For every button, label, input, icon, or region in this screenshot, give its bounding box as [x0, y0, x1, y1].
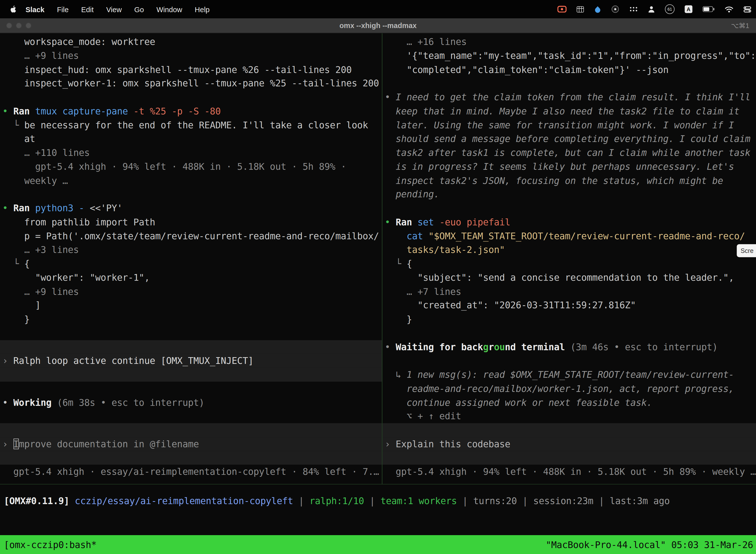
terminal-line — [385, 326, 756, 340]
terminal-line: task2 after task1 is complete, but can I… — [385, 146, 756, 160]
window-shortcut-hint: ⌥⌘1 — [731, 18, 749, 33]
terminal-line — [0, 451, 382, 465]
terminal-line — [382, 451, 756, 465]
prompt-row-explain-codebase[interactable]: › Explain this codebase — [382, 437, 756, 451]
menu-item-window[interactable]: Window — [156, 5, 182, 13]
terminal-line: … +9 lines — [2, 284, 382, 298]
menu-bar: Slack FileEditViewGoWindowHelp 61 A — [0, 0, 756, 18]
composer-input-row[interactable]: › Improve documentation in @filename — [0, 437, 382, 451]
terminal: workspace_mode: worktree … +9 lines insp… — [0, 33, 756, 535]
prompt-row-ralph-loop[interactable]: › Ralph loop active continue [OMX_TMUX_I… — [0, 354, 382, 368]
terminal-line: "subject": "send a concise recommendatio… — [385, 271, 756, 284]
terminal-line — [385, 354, 756, 368]
terminal-line: "created_at": "2026-03-31T11:59:27.816Z" — [385, 298, 756, 312]
terminal-line: … +16 lines — [385, 35, 756, 49]
menu-item-edit[interactable]: Edit — [81, 5, 93, 13]
terminal-line — [382, 423, 756, 437]
terminal-line: is in progress? It seems likely but perh… — [385, 160, 756, 173]
terminal-line: └ be necessary for the end of the README… — [2, 118, 382, 132]
terminal-line: gpt-5.4 xhigh · essay/ai-reimplementatio… — [2, 465, 382, 479]
apple-menu[interactable] — [10, 5, 17, 13]
terminal-line: … +7 lines — [385, 284, 756, 298]
wifi-icon[interactable] — [725, 4, 734, 14]
terminal-line: keep that in mind. Maybe I also need the… — [385, 104, 756, 118]
terminal-line: readme-and-reco/mailbox/worker-1.json, a… — [385, 382, 756, 395]
terminal-line: pending. — [385, 187, 756, 201]
tmux-host-time-label: "MacBook-Pro-44.local" 05:03 31-Mar-26 — [546, 539, 753, 550]
pane-divider-vertical[interactable] — [382, 33, 382, 484]
terminal-line: • Waiting for background terminal (3m 46… — [385, 340, 756, 354]
terminal-line — [0, 423, 382, 437]
terminal-line: later. Using the same for transition mig… — [385, 118, 756, 132]
dark-app-icon[interactable] — [611, 4, 619, 14]
terminal-line: cat "$OMX_TEAM_STATE_ROOT/team/review-cu… — [385, 229, 756, 243]
terminal-line — [2, 326, 382, 340]
terminal-line: "completed","claim_token":"claim-token"}… — [385, 63, 756, 76]
blue-app-icon[interactable] — [594, 4, 601, 14]
terminal-line: └ { — [385, 257, 756, 271]
battery-gauge-icon[interactable]: 61 — [665, 4, 675, 14]
apple-icon — [10, 5, 17, 13]
terminal-line — [385, 201, 756, 215]
recording-indicator-icon[interactable] — [557, 4, 567, 14]
menu-item-file[interactable]: File — [57, 5, 69, 13]
terminal-line: … +110 lines — [2, 146, 382, 160]
terminal-line: ↳ 1 new msg(s): read $OMX_TEAM_STATE_ROO… — [385, 368, 756, 382]
terminal-line: • I need to get the claim token from the… — [385, 90, 756, 104]
window-title-bar: omx --xhigh --madmax ⌥⌘1 — [0, 18, 756, 33]
terminal-line: '{"team_name":"my-team","task_id":"1","f… — [385, 49, 756, 63]
terminal-line: p = Path('.omx/state/team/review-current… — [2, 229, 382, 243]
terminal-line: weekly … — [2, 173, 382, 187]
terminal-line: inspect_worker-1: omx sparkshell --tmux-… — [2, 76, 382, 90]
terminal-line: should send a message before completing … — [385, 132, 756, 146]
keyboard-layout-icon[interactable] — [629, 4, 638, 14]
terminal-line: gpt-5.4 xhigh · 94% left · 488K in · 5.1… — [2, 160, 382, 173]
terminal-line — [2, 90, 382, 104]
battery-percent-label: 61 — [668, 7, 672, 11]
terminal-line — [385, 76, 756, 90]
omx-session-summary: [OMX#0.11.9] cczip/essay/ai-reimplementa… — [4, 494, 756, 508]
screen: Slack FileEditViewGoWindowHelp 61 A — [0, 0, 756, 554]
terminal-line: inspect task2's JSON, focusing on the st… — [385, 173, 756, 187]
right-terminal-pane[interactable]: … +16 lines '{"team_name":"my-team","tas… — [382, 33, 756, 484]
tmux-session-label: [omx-cczip0:bash* — [4, 539, 97, 550]
omx-status-line: [OMX#0.11.9] cczip/essay/ai-reimplementa… — [0, 485, 756, 535]
control-center-icon[interactable] — [744, 4, 751, 14]
terminal-line: } — [385, 312, 756, 326]
tmux-status-bar: [omx-cczip0:bash* "MacBook-Pro-44.local"… — [0, 535, 756, 554]
input-source-icon[interactable]: A — [685, 5, 692, 13]
terminal-line: gpt-5.4 xhigh · 94% left · 488K in · 5.1… — [385, 465, 756, 479]
terminal-line: tasks/task-2.json" — [385, 243, 756, 257]
left-terminal-pane[interactable]: workspace_mode: worktree … +9 lines insp… — [0, 33, 382, 484]
user-icon[interactable] — [648, 4, 655, 14]
menu-item-go[interactable]: Go — [134, 5, 144, 13]
terminal-line — [2, 187, 382, 201]
screen-tooltip: Scre — [737, 244, 756, 257]
terminal-line: from pathlib import Path — [2, 215, 382, 229]
terminal-line: "worker": "worker-1", — [2, 271, 382, 284]
terminal-line: • Ran set -euo pipefail — [385, 215, 756, 229]
menu-bar-status-icons: 61 A — [557, 4, 756, 14]
menu-item-help[interactable]: Help — [195, 5, 209, 13]
battery-icon[interactable] — [702, 4, 714, 14]
terminal-line: inspect_hud: omx sparkshell --tmux-pane … — [2, 63, 382, 76]
terminal-line: … +9 lines — [2, 49, 382, 63]
window-title: omx --xhigh --madmax — [0, 18, 756, 33]
terminal-line: continue assigned work or next feasible … — [385, 395, 756, 409]
menu-item-view[interactable]: View — [106, 5, 122, 13]
terminal-line: ] — [2, 298, 382, 312]
terminal-line: ⌥ + ↑ edit — [385, 409, 756, 423]
terminal-line — [2, 409, 382, 423]
terminal-line: } — [2, 312, 382, 326]
terminal-line: … +3 lines — [2, 243, 382, 257]
terminal-line — [2, 382, 382, 395]
terminal-line: • Working (6m 38s • esc to interrupt) — [2, 395, 382, 409]
grid-app-icon[interactable] — [577, 4, 584, 14]
terminal-line: at — [2, 132, 382, 146]
active-app-menu[interactable]: Slack — [25, 5, 44, 13]
terminal-line: └ { — [2, 257, 382, 271]
terminal-line — [0, 340, 382, 354]
terminal-line: • Ran python3 - <<'PY' — [2, 201, 382, 215]
terminal-line: workspace_mode: worktree — [2, 35, 382, 49]
terminal-line: • Ran tmux capture-pane -t %25 -p -S -80 — [2, 104, 382, 118]
